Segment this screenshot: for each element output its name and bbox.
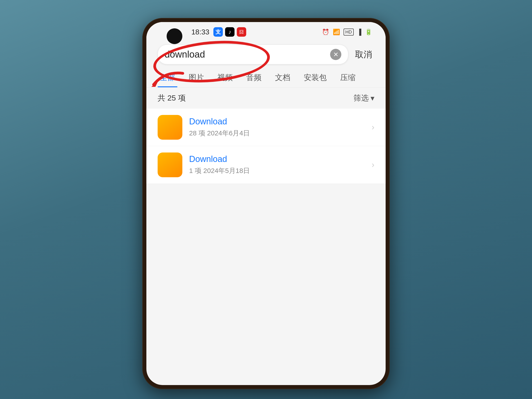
tab-all[interactable]: 全部 xyxy=(158,69,177,87)
filter-chevron-icon: ▾ xyxy=(371,94,374,102)
tab-docs[interactable]: 文档 xyxy=(273,69,292,87)
tab-apk[interactable]: 安装包 xyxy=(302,69,329,87)
tab-images[interactable]: 图片 xyxy=(186,69,206,87)
battery-icon: 🔋 xyxy=(365,29,372,36)
phone-screen: 18:33 支 ♪ 囧 ⏰ 📶 HD ▐ 🔋 xyxy=(146,22,386,385)
scene: 18:33 支 ♪ 囧 ⏰ 📶 HD ▐ 🔋 xyxy=(0,0,532,399)
folder-icon xyxy=(158,115,182,140)
tab-audio[interactable]: 音频 xyxy=(244,69,264,87)
clear-button[interactable]: ✕ xyxy=(330,49,341,60)
file-item[interactable]: Download 1 项 2024年5月18日 › xyxy=(146,146,386,184)
tiktok-icon: ♪ xyxy=(225,27,234,37)
chevron-right-icon: › xyxy=(372,123,374,132)
file-meta: 1 项 2024年5月18日 xyxy=(189,166,365,175)
file-name: Download xyxy=(189,154,365,164)
file-meta: 28 项 2024年6月4日 xyxy=(189,129,365,138)
filter-button[interactable]: 筛选 ▾ xyxy=(354,93,374,103)
tab-zip[interactable]: 压缩 xyxy=(338,69,358,87)
tab-videos[interactable]: 视频 xyxy=(215,69,235,87)
status-left: 18:33 支 ♪ 囧 xyxy=(191,27,246,37)
folder-icon xyxy=(158,152,182,177)
search-area: download ✕ 取消 xyxy=(146,40,386,69)
search-box[interactable]: download ✕ xyxy=(158,44,348,64)
redapp-icon: 囧 xyxy=(237,27,246,37)
search-query: download xyxy=(165,49,205,60)
alarm-icon: ⏰ xyxy=(322,29,329,36)
result-count: 共 25 项 xyxy=(158,93,186,103)
result-summary: 共 25 项 筛选 ▾ xyxy=(146,88,386,109)
status-time: 18:33 xyxy=(191,28,209,36)
hd-icon: HD xyxy=(344,29,354,36)
camera-hole xyxy=(167,28,182,44)
file-item[interactable]: Download 28 项 2024年6月4日 › xyxy=(146,109,386,146)
filter-tabs: 全部 图片 视频 音频 文档 安装包 压缩 xyxy=(146,69,386,88)
signal-icon: ▐ xyxy=(357,29,361,36)
phone-shell: 18:33 支 ♪ 囧 ⏰ 📶 HD ▐ 🔋 xyxy=(142,18,390,389)
file-info: Download 28 项 2024年6月4日 xyxy=(189,117,365,138)
file-name: Download xyxy=(189,117,365,127)
wifi-icon: 📶 xyxy=(333,29,340,36)
status-right: ⏰ 📶 HD ▐ 🔋 xyxy=(322,29,372,36)
alipay-icon: 支 xyxy=(213,27,223,37)
cancel-button[interactable]: 取消 xyxy=(353,49,374,60)
chevron-right-icon: › xyxy=(372,160,374,170)
app-icons: 支 ♪ 囧 xyxy=(213,27,246,37)
file-info: Download 1 项 2024年5月18日 xyxy=(189,154,365,175)
file-list: Download 28 项 2024年6月4日 › Download 1 项 2… xyxy=(146,109,386,184)
